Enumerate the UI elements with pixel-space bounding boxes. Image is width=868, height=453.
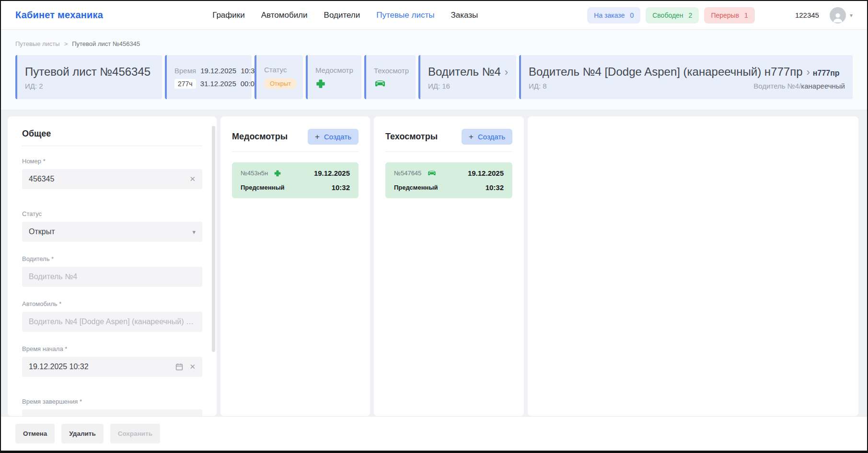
med-inspection-number: №453н5н — [241, 170, 268, 177]
page-header: Путевые листы > Путевой лист №456345 Пут… — [1, 30, 867, 110]
number-label: Номер * — [22, 158, 202, 165]
chevron-down-icon: ▾ — [192, 228, 196, 236]
number-field-group: Номер * ✕ — [22, 158, 202, 189]
divider — [22, 146, 202, 146]
time-label: Время — [174, 67, 196, 75]
tech-inspections-panel: Техосмотры + Создать №547645 19.12.2025 — [374, 116, 524, 416]
status-select-value: Открыт — [29, 227, 192, 236]
status-card: Статус Открыт — [255, 55, 303, 99]
save-button[interactable]: Сохранить — [110, 424, 160, 443]
breadcrumb-parent[interactable]: Путевые листы — [15, 40, 60, 47]
start-date: 19.12.2025 — [200, 67, 236, 75]
end-date: 31.12.2025 — [200, 79, 236, 88]
status-field-label: Статус — [22, 210, 202, 217]
end-time-input[interactable] — [29, 415, 171, 416]
badge-label: На заказе — [594, 11, 625, 19]
breadcrumb-separator-icon: > — [64, 40, 68, 47]
create-tech-inspection-button[interactable]: + Создать — [462, 129, 512, 145]
badge-label: Свободен — [652, 11, 683, 19]
empty-panel — [528, 116, 858, 416]
header-cards-row: Путевой лист №456345 ИД: 2 Время 19.12.2… — [1, 52, 867, 110]
nav-item-graphics[interactable]: Графики — [212, 11, 245, 20]
app-window: Кабинет механика Графики Автомобили Води… — [0, 0, 868, 453]
vehicle-field-group: Автомобиль * — [22, 300, 202, 332]
calendar-icon[interactable] — [175, 362, 184, 371]
counter-badge-on-order[interactable]: На заказе 0 — [587, 7, 640, 23]
topbar-right-group: На заказе 0 Свободен 2 Перерыв 1 122345 … — [587, 7, 853, 23]
med-inspection-date: 19.12.2025 — [314, 169, 350, 177]
main-content: Общее Номер * ✕ Статус Открыт ▾ Водитель… — [1, 110, 867, 416]
start-time-input[interactable] — [29, 362, 171, 371]
vehicle-plate: н777пр — [813, 69, 840, 78]
car-icon — [374, 75, 408, 88]
scrollbar[interactable] — [212, 126, 215, 352]
med-inspection-type: Предсменный — [241, 184, 284, 191]
clear-icon[interactable]: ✕ — [184, 415, 196, 416]
end-time-field-group: Время завершения * ✕ — [22, 398, 202, 416]
plus-icon: + — [469, 134, 474, 140]
calendar-icon[interactable] — [175, 415, 184, 416]
status-field-group: Статус Открыт ▾ — [22, 210, 202, 242]
form-title: Общее — [22, 129, 202, 139]
badge-label: Перерыв — [711, 11, 739, 19]
nav-item-vehicles[interactable]: Автомобили — [261, 11, 308, 20]
waybill-id: ИД: 2 — [25, 82, 154, 90]
top-navigation-bar: Кабинет механика Графики Автомобили Води… — [1, 1, 867, 30]
status-select[interactable]: Открыт ▾ — [22, 222, 202, 242]
vehicle-color: канареечный — [801, 82, 845, 90]
badge-count: 1 — [744, 11, 748, 19]
med-panel-title: Медосмотры — [232, 132, 288, 142]
nav-item-waybills[interactable]: Путевые листы — [376, 11, 434, 20]
tech-exam-label: Техосмотр — [374, 67, 408, 75]
counter-badge-break[interactable]: Перерыв 1 — [704, 7, 755, 23]
driver-field-label: Водитель * — [22, 255, 202, 262]
avatar[interactable] — [830, 7, 846, 23]
badge-count: 0 — [630, 11, 634, 19]
med-exam-card: Медосмотр — [306, 55, 361, 99]
waybill-title: Путевой лист №456345 — [25, 65, 154, 79]
main-nav: Графики Автомобили Водители Путевые лист… — [212, 11, 478, 20]
cancel-button[interactable]: Отмена — [15, 424, 55, 443]
chevron-down-icon[interactable]: ▾ — [850, 12, 853, 19]
nav-item-orders[interactable]: Заказы — [451, 11, 478, 20]
vehicle-card[interactable]: Водитель №4 [Dodge Aspen] (канареечный) … — [519, 55, 853, 99]
vehicle-id: ИД: 8 — [529, 82, 547, 90]
duration-chip: 277ч — [174, 79, 196, 89]
clear-icon[interactable]: ✕ — [184, 362, 196, 371]
delete-button[interactable]: Удалить — [61, 424, 103, 443]
start-time-field: ✕ — [22, 357, 202, 377]
app-title: Кабинет механика — [15, 10, 103, 21]
vehicle-field-label: Автомобиль * — [22, 300, 202, 307]
time-card: Время 19.12.2025 10:32 277ч 31.12.2025 0… — [165, 55, 252, 99]
tech-inspection-card[interactable]: №547645 19.12.2025 Предсменный 10:32 — [385, 162, 512, 198]
breadcrumb-current: Путевой лист №456345 — [72, 40, 140, 47]
number-field: ✕ — [22, 169, 202, 189]
vehicle-field — [22, 312, 202, 332]
start-time-label: Время начала * — [22, 345, 202, 352]
chevron-right-icon: › — [807, 66, 810, 79]
driver-field — [22, 267, 202, 287]
status-badge: Открыт — [264, 78, 297, 89]
end-time-field: ✕ — [22, 409, 202, 416]
driver-card[interactable]: Водитель №4 › ИД: 16 — [418, 55, 516, 99]
clear-icon[interactable]: ✕ — [184, 175, 196, 183]
user-avatar-icon — [832, 11, 844, 23]
med-inspections-panel: Медосмотры + Создать №453н5н 19.12.2025 — [220, 116, 370, 416]
med-exam-label: Медосмотр — [315, 66, 354, 74]
tech-inspection-type: Предсменный — [394, 184, 438, 191]
create-button-label: Создать — [324, 133, 351, 141]
badge-count: 2 — [689, 11, 693, 19]
tech-inspection-number: №547645 — [394, 170, 421, 177]
nav-item-drivers[interactable]: Водители — [324, 11, 360, 20]
med-inspection-card[interactable]: №453н5н 19.12.2025 Предсменный 10:32 — [232, 162, 359, 198]
counter-badge-free[interactable]: Свободен 2 — [646, 7, 699, 23]
user-id: 122345 — [795, 11, 819, 19]
create-med-inspection-button[interactable]: + Создать — [308, 129, 359, 145]
vehicle-title: Водитель №4 [Dodge Aspen] (канареечный) … — [529, 65, 803, 79]
vehicle-input — [29, 317, 196, 326]
number-input[interactable] — [29, 175, 184, 183]
tech-panel-title: Техосмотры — [385, 132, 438, 142]
vehicle-driver-ref: Водитель №4/ — [753, 82, 801, 90]
divider — [232, 151, 359, 152]
driver-name: Водитель №4 — [428, 65, 501, 79]
